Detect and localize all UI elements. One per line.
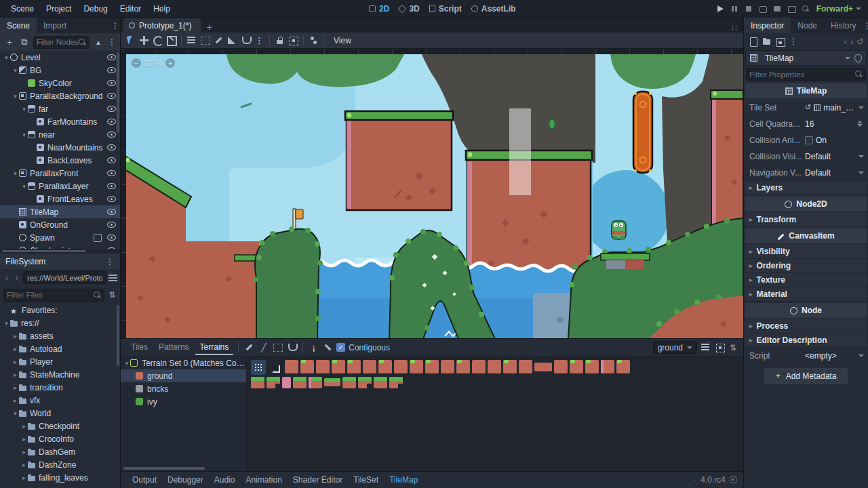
expand-arrow-icon[interactable]: ▾ — [3, 320, 10, 327]
expand-arrow-icon[interactable]: ▸ — [12, 333, 19, 340]
inspector-tab-inspector[interactable]: Inspector — [744, 18, 791, 33]
history-back-icon[interactable]: ‹ — [844, 37, 846, 47]
inspector-category-material[interactable]: ▸Material — [745, 287, 867, 302]
inspector-property-collision-visi[interactable]: Collision Visi...Default — [745, 148, 867, 165]
bottom-panel-tab-tileset[interactable]: TileSet — [349, 473, 383, 487]
bottom-panel-tab-tilemap[interactable]: TileMap — [384, 473, 422, 487]
scene-tab-prototype-1[interactable]: Prototype_1(*) — [123, 18, 201, 33]
inspector-property-navigation-v[interactable]: Navigation V...Default — [745, 165, 867, 181]
scene-tree-item-checkpoints[interactable]: Checkpoints — [0, 244, 120, 249]
mode-tab-script[interactable]: Script — [429, 4, 462, 14]
sort-sources-icon[interactable] — [700, 342, 711, 353]
visibility-eye-icon[interactable] — [107, 222, 116, 228]
scene-tree-item-parallaxlayer[interactable]: ▾ ParallaxLayer — [0, 180, 120, 192]
terrain-tile-plain[interactable] — [363, 360, 376, 373]
terrain-item-ivy[interactable]: ivy — [121, 395, 246, 408]
visibility-eye-icon[interactable] — [107, 119, 116, 125]
zoom-out-button[interactable]: − — [132, 58, 141, 68]
visibility-eye-icon[interactable] — [107, 131, 116, 138]
terrain-connect-icon[interactable] — [268, 360, 283, 375]
mode-tab-3d[interactable]: 3D — [399, 4, 419, 14]
property-value[interactable]: Default — [805, 168, 831, 178]
filesystem-scrollbar[interactable] — [117, 305, 119, 366]
select-tool-icon[interactable] — [125, 35, 136, 46]
filesystem-item-res[interactable]: ▾ res:// — [0, 317, 120, 329]
rotate-tool-icon[interactable] — [152, 35, 163, 46]
inspector-property-cell-quadran[interactable]: Cell Quadran...16 — [745, 116, 867, 132]
inspector-tab-node[interactable]: Node — [791, 18, 824, 33]
terrain-tile-capnotch[interactable] — [358, 377, 372, 388]
terrain-tile-dot[interactable] — [570, 360, 583, 373]
filesystem-display-mode-icon[interactable] — [108, 274, 117, 281]
filter-files-search[interactable] — [3, 289, 104, 302]
paint-tool-icon[interactable] — [243, 342, 255, 353]
tile-palette[interactable] — [247, 357, 743, 471]
scene-tree-item-far[interactable]: ▾ far — [0, 102, 120, 115]
filesystem-menu-icon[interactable]: ⋮ — [105, 257, 115, 266]
terrain-tile-cap[interactable] — [374, 377, 387, 388]
bottom-panel-tab-animation[interactable]: Animation — [241, 473, 286, 487]
expand-arrow-icon[interactable]: ▸ — [12, 346, 19, 352]
inspector-category-texture[interactable]: ▸Texture — [745, 273, 867, 287]
inspector-menu-icon[interactable]: ⋮ — [863, 18, 868, 33]
terrain-tile-dot[interactable] — [378, 360, 392, 373]
terrain-tile-cap[interactable] — [342, 377, 356, 388]
snap-options-icon[interactable]: ⋮ — [254, 35, 265, 46]
terrain-paint-mode-select[interactable]: ground — [653, 341, 697, 354]
tilemap-tab-tiles[interactable]: Tiles — [126, 340, 153, 355]
magnifier-icon[interactable] — [802, 5, 810, 13]
menu-scene[interactable]: Scene — [5, 2, 39, 16]
refresh-icon[interactable]: ↺ — [805, 103, 811, 112]
expand-arrow-icon[interactable]: ▾ — [12, 410, 19, 417]
mode-tab-2d[interactable]: 2D — [369, 4, 389, 14]
visibility-eye-icon[interactable] — [107, 67, 116, 73]
add-node-button[interactable]: + — [3, 36, 16, 48]
scene-tree-item-onground[interactable]: OnGround — [0, 218, 120, 231]
bottom-panel-tab-audio[interactable]: Audio — [210, 473, 240, 487]
inspector-category-visibility[interactable]: ▸Visibility — [745, 245, 867, 259]
property-value[interactable]: 16 — [805, 119, 814, 129]
movie-writer-icon[interactable] — [773, 5, 781, 13]
property-value[interactable]: On — [816, 136, 827, 145]
terrain-tile-dot[interactable] — [347, 360, 361, 373]
scene-tree-item-frontleaves[interactable]: FrontLeaves — [0, 192, 120, 205]
scene-tree-item-farmountains[interactable]: FarMountains — [0, 115, 120, 128]
new-resource-icon[interactable] — [748, 37, 758, 47]
tilemap-tab-terrains[interactable]: Terrains — [195, 340, 234, 355]
terrain-tile-wide[interactable] — [534, 363, 552, 371]
terrain-item-bricks[interactable]: bricks — [121, 382, 246, 395]
path-input[interactable] — [27, 274, 102, 282]
group-node-icon[interactable] — [288, 35, 299, 46]
checkbox-icon[interactable] — [805, 136, 813, 144]
zoom-level-label[interactable]: 277% — [144, 59, 163, 67]
expand-arrow-icon[interactable]: ▾ — [12, 170, 19, 177]
dock-tab-scene[interactable]: Scene — [0, 18, 37, 33]
smart-snap-icon[interactable] — [240, 35, 252, 46]
history-forward-icon[interactable]: › — [850, 37, 853, 47]
expand-arrow-icon[interactable]: ▸ — [12, 397, 19, 404]
terrain-tile-plain[interactable] — [285, 360, 298, 373]
menu-project[interactable]: Project — [41, 2, 77, 16]
filesystem-item-favorites[interactable]: Favorites: — [0, 304, 120, 317]
history-list-icon[interactable]: ↺ — [856, 37, 864, 47]
scene-tree-item-skycolor[interactable]: SkyColor — [0, 77, 120, 89]
filesystem-item-vfx[interactable]: ▸ vfx — [0, 394, 120, 407]
terrain-tile-plain[interactable] — [394, 360, 408, 373]
visibility-eye-icon[interactable] — [107, 144, 116, 150]
terrain-tile-dot[interactable] — [585, 360, 599, 373]
bottom-panel-tab-shader-editor[interactable]: Shader Editor — [288, 473, 347, 487]
filesystem-item-player[interactable]: ▸ Player — [0, 355, 120, 368]
expand-arrow-icon[interactable]: ▸ — [12, 384, 19, 391]
visibility-eye-icon[interactable] — [107, 209, 116, 215]
view-menu-button[interactable]: View — [328, 35, 357, 47]
terrain-tile-plain[interactable] — [488, 360, 501, 373]
lock-node-icon[interactable] — [274, 35, 285, 46]
expand-arrow-icon[interactable]: ▸ — [20, 474, 28, 481]
terrain-tile-capnotch[interactable] — [389, 377, 403, 388]
inspector-property-collision-ani[interactable]: Collision Ani...On — [745, 132, 867, 148]
dock-tab-import[interactable]: Import — [37, 18, 73, 33]
expand-arrow-icon[interactable]: ▸ — [20, 423, 28, 430]
contiguous-toggle[interactable]: ✓ Contiguous — [336, 343, 390, 352]
inspector-tab-history[interactable]: History — [824, 18, 863, 33]
terrain-tile-dot[interactable] — [503, 360, 517, 373]
